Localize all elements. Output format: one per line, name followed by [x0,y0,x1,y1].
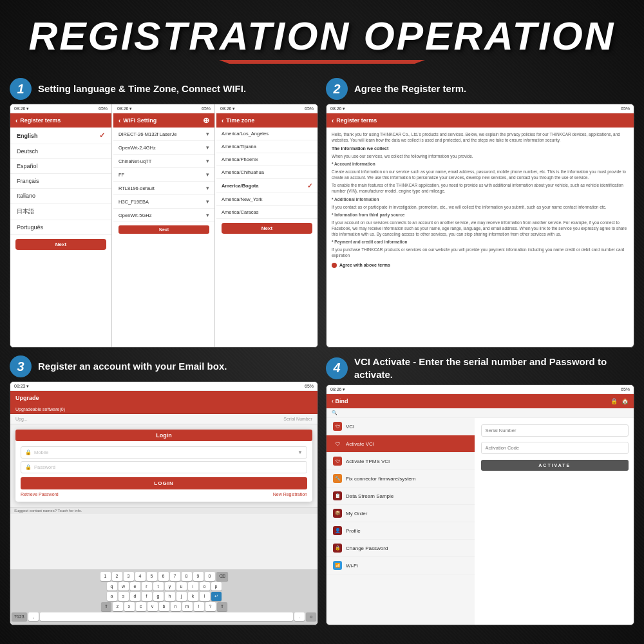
key-h[interactable]: h [165,592,175,601]
bind-menu-data-stream[interactable]: 📋 Data Stream Sample [327,488,475,505]
tz-item-la[interactable]: America/Los_Angeles [216,128,317,140]
key-space[interactable] [40,612,293,621]
tz-item-bogota[interactable]: America/Bogota ✓ [216,179,317,193]
key-v[interactable]: v [147,602,158,611]
key-g[interactable]: g [153,592,164,601]
wifi-next-button[interactable]: Next [118,225,209,234]
key-z[interactable]: z [113,602,123,611]
key-i[interactable]: i [188,582,198,591]
key-e[interactable]: e [130,582,140,591]
bind-search-bar[interactable]: 🔍 [327,408,634,418]
login-button[interactable]: LOGIN [21,477,307,489]
lang-item-espanol[interactable]: Español [10,159,111,174]
key-m[interactable]: m [182,602,193,611]
wifi-item-5[interactable]: RTL8196-default ▾ [113,182,214,195]
key-n[interactable]: n [171,602,181,611]
lang-item-italiano[interactable]: Italiano [10,189,111,204]
tz-item-tijuana[interactable]: America/Tijuana [216,140,317,153]
key-shift[interactable]: ⇑ [101,602,111,611]
lang-next-button[interactable]: Next [15,239,106,250]
key-4[interactable]: 4 [135,572,146,581]
lang-item-portugues[interactable]: Português [10,220,111,235]
wifi-body: DIRECT-26-M132f LaserJe ▾ OpenWrt-2.4GHz… [113,128,214,347]
key-5[interactable]: 5 [147,572,157,581]
key-period[interactable]: . [294,612,305,621]
key-6[interactable]: 6 [158,572,169,581]
tz-body: America/Los_Angeles America/Tijuana Amer… [216,128,317,347]
tz-item-caracas[interactable]: America/Caracas [216,206,317,219]
wifi-item-1[interactable]: DIRECT-26-M132f LaserJe ▾ [113,128,214,141]
tz-item-phoenix[interactable]: America/Phoenix [216,153,317,166]
key-backspace[interactable]: ⌫ [216,572,228,581]
wifi-item-3[interactable]: ChinaNet-uqTT ▾ [113,155,214,168]
wifi-item-6[interactable]: H3C_F19EBA ▾ [113,195,214,209]
key-1[interactable]: 1 [100,572,111,581]
bind-menu-fix-connector[interactable]: 🔧 Fix connector firmware/system [327,470,475,488]
activate-button[interactable]: ACTIVATE [481,460,629,471]
wifi-name-2: OpenWrt-2.4GHz [118,145,156,151]
key-shift2[interactable]: ⇑ [217,602,227,611]
key-f[interactable]: f [142,592,152,601]
bind-menu-vci[interactable]: 🛡 VCI [327,418,475,435]
bind-menu-my-order[interactable]: 📦 My Order [327,505,475,522]
lang-navbar-title: Register terms [20,117,61,124]
key-8[interactable]: 8 [182,572,192,581]
key-k[interactable]: k [188,592,198,601]
key-w[interactable]: w [118,582,129,591]
lang-back-arrow: ‹ [15,117,17,124]
retrieve-password-link[interactable]: Retrieve Password [21,492,59,497]
key-c[interactable]: c [136,602,146,611]
serial-number-input[interactable] [481,424,629,437]
key-2[interactable]: 2 [112,572,122,581]
key-p[interactable]: p [211,582,222,591]
wifi-item-4[interactable]: FF ▾ [113,168,214,182]
key-j[interactable]: j [176,592,187,601]
key-y[interactable]: y [165,582,175,591]
key-7[interactable]: 7 [170,572,180,581]
key-q[interactable]: q [107,582,117,591]
bind-statusbar: 08:26 ▾ 65% [327,385,634,394]
bind-menu-profile[interactable]: 👤 Profile [327,522,475,540]
lang-item-japanese[interactable]: 日本語 [10,204,111,220]
mobile-field[interactable]: 🔒 Mobile ▼ [21,446,307,459]
lang-item-deutsch[interactable]: Deutsch [10,144,111,159]
key-b[interactable]: b [159,602,169,611]
step-1-screen-container: 08:26 ▾ 65% ‹ Register terms English ✓ [10,104,318,348]
bind-menu-activate-tpms[interactable]: 🛡 Activate TPMS VCI [327,453,475,470]
key-emoji[interactable]: ☺ [306,612,316,621]
key-t[interactable]: t [153,582,164,591]
terms-statusbar: 08:26 ▾ 65% [327,104,634,113]
lang-item-english[interactable]: English ✓ [10,128,111,144]
key-0[interactable]: 0 [205,572,215,581]
tz-caracas-label: America/Caracas [222,209,259,215]
tz-next-button[interactable]: Next [222,223,312,234]
lang-item-francais[interactable]: Français [10,174,111,189]
key-o[interactable]: o [200,582,210,591]
key-9[interactable]: 9 [193,572,204,581]
tz-item-chihuahua[interactable]: America/Chihuahua [216,166,317,179]
tz-item-newyork[interactable]: America/New_York [216,193,317,206]
key-u[interactable]: u [176,582,187,591]
activation-code-input[interactable] [481,442,629,454]
key-enter[interactable]: ↵ [211,592,222,601]
key-a[interactable]: a [107,592,117,601]
wifi-item-7[interactable]: OpenWrt-5GHz ▾ [113,209,214,222]
key-question[interactable]: ? [205,602,216,611]
key-3[interactable]: 3 [124,572,134,581]
password-field[interactable]: 🔒 Password [21,461,307,473]
key-r[interactable]: r [142,582,152,591]
new-registration-link[interactable]: New Registration [273,492,307,497]
agree-dot [332,263,337,268]
key-d[interactable]: d [130,592,140,601]
key-x[interactable]: x [124,602,135,611]
bind-menu-wifi[interactable]: 📶 Wi-Fi [327,557,475,574]
key-s[interactable]: s [118,592,129,601]
key-l[interactable]: l [200,592,210,601]
key-exclaim[interactable]: ! [194,602,204,611]
bind-menu-activate-vci[interactable]: 🛡 Activate VCI [327,435,475,453]
key-numbers-toggle[interactable]: ?123 [12,612,27,621]
bind-menu-change-password[interactable]: 🔒 Change Password [327,540,475,557]
wifi-item-2[interactable]: OpenWrt-2.4GHz ▾ [113,141,214,155]
key-comma[interactable]: , [28,612,39,621]
login-modal: Login 🔒 Mobile ▼ 🔒 Password LOGIN Ret [15,430,312,502]
